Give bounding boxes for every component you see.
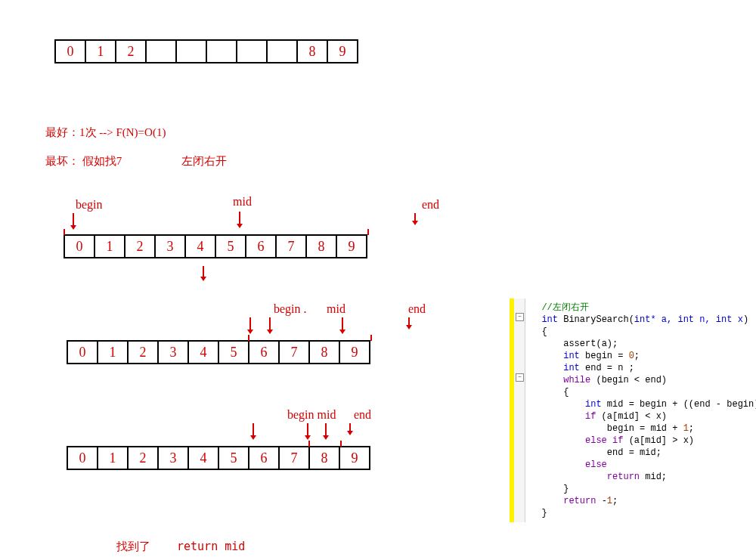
- code-comment: //左闭右开: [541, 302, 588, 313]
- cell: 7: [278, 340, 310, 364]
- fold-icon[interactable]: −: [516, 373, 524, 382]
- code-token: end = n ;: [580, 363, 634, 373]
- code-token: while: [563, 375, 590, 385]
- code-token: assert(a);: [563, 339, 618, 349]
- cell: 4: [187, 340, 219, 364]
- cell: 8: [308, 340, 340, 364]
- code-token: if: [585, 411, 596, 422]
- cell: 2: [127, 340, 159, 364]
- cell: 7: [278, 446, 310, 470]
- cell: 9: [327, 39, 358, 63]
- cell: [175, 39, 207, 63]
- code-token: 1: [683, 423, 689, 434]
- cell: [145, 39, 177, 63]
- cell: 1: [97, 340, 129, 364]
- code-token: return: [607, 472, 640, 482]
- code-token: }: [541, 508, 547, 518]
- label-begin: begin: [76, 198, 103, 212]
- code-token: else: [585, 460, 607, 470]
- cell: 9: [339, 446, 370, 470]
- cell: 5: [215, 234, 246, 258]
- cell: 1: [97, 446, 129, 470]
- code-token: return: [563, 496, 596, 506]
- cell: [266, 39, 298, 63]
- code-token: (a[mid] > x): [623, 435, 694, 446]
- code-token: int: [541, 314, 558, 325]
- array-step1: 0 1 2 3 4 5 6 7 8 9: [64, 234, 367, 258]
- cell: [236, 39, 268, 63]
- fold-icon[interactable]: −: [516, 313, 524, 321]
- found-text: 找到了: [116, 540, 150, 554]
- label-end: end: [422, 198, 439, 212]
- code-block: //左闭右开 int BinarySearch(int* a, int n, i…: [514, 299, 756, 522]
- arrow-icon: [73, 213, 74, 228]
- cell: 9: [336, 234, 367, 258]
- tick-icon: [308, 441, 310, 447]
- cell: 0: [67, 446, 98, 470]
- code-token: int: [585, 399, 602, 410]
- cell: 5: [218, 446, 249, 470]
- arrow-icon: [239, 212, 240, 227]
- code-token: ): [743, 314, 748, 325]
- cell: 6: [248, 340, 280, 364]
- closed-open-label: 左闭右开: [181, 154, 227, 169]
- tick-icon: [367, 229, 369, 235]
- code-token: ;: [634, 351, 640, 361]
- cell: 2: [115, 39, 147, 63]
- cell: 9: [339, 340, 370, 364]
- code-token: int: [563, 363, 580, 373]
- code-token: mid = begin + ((end - begin) >>: [602, 399, 756, 410]
- arrow-icon: [253, 423, 254, 438]
- arrow-icon: [307, 423, 308, 438]
- cell: 0: [64, 234, 95, 258]
- code-token: (begin < end): [590, 375, 667, 385]
- cell: 1: [85, 39, 116, 63]
- cell: 4: [184, 234, 216, 258]
- cell: 6: [248, 446, 280, 470]
- cell: 3: [157, 446, 189, 470]
- code-panel: − − //左闭右开 int BinarySearch(int* a, int …: [514, 299, 756, 522]
- code-token: begin = mid +: [607, 423, 683, 434]
- label-mid: mid: [233, 195, 252, 209]
- cell: 8: [308, 446, 340, 470]
- cell: 6: [245, 234, 277, 258]
- arrow-icon: [414, 213, 416, 224]
- code-token: mid;: [640, 472, 667, 482]
- code-gutter: − −: [514, 299, 525, 522]
- label-end: end: [354, 408, 371, 422]
- code-token: ;: [689, 423, 694, 434]
- cell: 7: [275, 234, 307, 258]
- label-beginmid: begin mid: [287, 408, 336, 422]
- code-token: else if: [585, 435, 623, 446]
- tick-icon: [370, 335, 372, 341]
- cell: 1: [94, 234, 125, 258]
- label-mid: mid: [327, 302, 345, 316]
- array-step2: 0 1 2 3 4 5 6 7 8 9: [67, 340, 370, 364]
- cell: 3: [154, 234, 186, 258]
- code-token: begin =: [580, 351, 629, 361]
- cell: 8: [305, 234, 337, 258]
- cell: 0: [54, 39, 86, 63]
- array-step3: 0 1 2 3 4 5 6 7 8 9: [67, 446, 370, 470]
- cell: 3: [157, 340, 189, 364]
- code-token: ;: [612, 496, 618, 506]
- label-begin-dot: begin .: [274, 302, 307, 316]
- cell: 5: [218, 340, 249, 364]
- arrow-icon: [325, 423, 327, 438]
- cell: [206, 39, 237, 63]
- code-token: BinarySearch(: [558, 314, 634, 325]
- cell: 2: [124, 234, 156, 258]
- tick-icon: [340, 441, 342, 447]
- arrow-icon: [203, 266, 204, 280]
- code-token: end = mid;: [607, 447, 662, 458]
- code-token: {: [541, 326, 547, 337]
- arrow-icon: [249, 317, 251, 333]
- arrow-icon: [269, 317, 271, 333]
- tick-icon: [248, 335, 249, 341]
- arrow-icon: [342, 317, 343, 333]
- arrow-icon: [349, 423, 351, 434]
- worst-case-text: 最坏： 假如找7: [45, 154, 122, 169]
- best-case-text: 最好：1次 --> F(N)=O(1): [45, 125, 166, 140]
- label-end: end: [408, 302, 426, 316]
- cell: 0: [67, 340, 98, 364]
